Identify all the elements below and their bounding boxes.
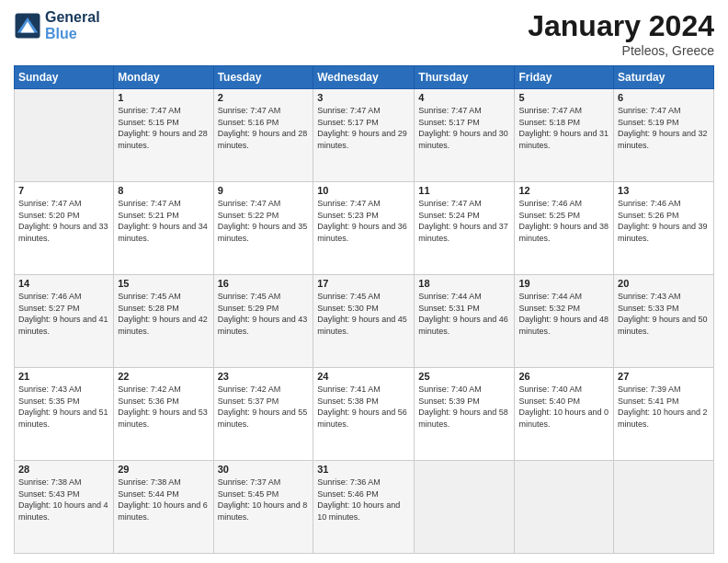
day-info: Sunrise: 7:46 AMSunset: 5:27 PMDaylight:… xyxy=(18,291,109,337)
calendar-cell xyxy=(515,461,614,554)
logo-icon xyxy=(14,12,41,40)
day-info: Sunrise: 7:40 AMSunset: 5:39 PMDaylight:… xyxy=(418,384,510,430)
calendar-cell: 9Sunrise: 7:47 AMSunset: 5:22 PMDaylight… xyxy=(213,182,313,275)
calendar-table: SundayMondayTuesdayWednesdayThursdayFrid… xyxy=(14,65,714,554)
day-info: Sunrise: 7:36 AMSunset: 5:46 PMDaylight:… xyxy=(317,477,410,523)
day-number: 8 xyxy=(118,185,209,196)
day-info: Sunrise: 7:46 AMSunset: 5:25 PMDaylight:… xyxy=(518,198,609,244)
calendar-cell: 2Sunrise: 7:47 AMSunset: 5:16 PMDaylight… xyxy=(213,89,313,182)
calendar-body: 1Sunrise: 7:47 AMSunset: 5:15 PMDaylight… xyxy=(15,89,714,554)
day-number: 19 xyxy=(518,278,609,289)
calendar-cell xyxy=(415,461,515,554)
day-number: 4 xyxy=(418,92,510,103)
day-number: 22 xyxy=(118,371,209,382)
day-number: 28 xyxy=(18,464,109,475)
day-info: Sunrise: 7:47 AMSunset: 5:16 PMDaylight:… xyxy=(218,105,310,151)
calendar-header: General Blue January 2024 Pteleos, Greec… xyxy=(14,9,714,58)
calendar-cell: 25Sunrise: 7:40 AMSunset: 5:39 PMDayligh… xyxy=(415,368,515,461)
calendar-week-row: 7Sunrise: 7:47 AMSunset: 5:20 PMDaylight… xyxy=(15,182,714,275)
logo: General Blue xyxy=(14,9,100,42)
calendar-cell: 14Sunrise: 7:46 AMSunset: 5:27 PMDayligh… xyxy=(15,275,114,368)
day-info: Sunrise: 7:37 AMSunset: 5:45 PMDaylight:… xyxy=(218,477,310,523)
day-number: 14 xyxy=(18,278,109,289)
day-info: Sunrise: 7:45 AMSunset: 5:29 PMDaylight:… xyxy=(218,291,310,337)
day-info: Sunrise: 7:44 AMSunset: 5:32 PMDaylight:… xyxy=(518,291,609,337)
day-number: 3 xyxy=(317,92,410,103)
calendar-cell xyxy=(15,89,114,182)
day-number: 11 xyxy=(418,185,510,196)
day-info: Sunrise: 7:45 AMSunset: 5:28 PMDaylight:… xyxy=(118,291,209,337)
day-info: Sunrise: 7:46 AMSunset: 5:26 PMDaylight:… xyxy=(618,198,710,244)
calendar-cell: 20Sunrise: 7:43 AMSunset: 5:33 PMDayligh… xyxy=(614,275,714,368)
calendar-cell: 17Sunrise: 7:45 AMSunset: 5:30 PMDayligh… xyxy=(313,275,415,368)
calendar-cell: 19Sunrise: 7:44 AMSunset: 5:32 PMDayligh… xyxy=(515,275,614,368)
calendar-cell: 3Sunrise: 7:47 AMSunset: 5:17 PMDaylight… xyxy=(313,89,415,182)
day-info: Sunrise: 7:47 AMSunset: 5:15 PMDaylight:… xyxy=(118,105,209,151)
day-number: 16 xyxy=(218,278,310,289)
calendar-cell: 15Sunrise: 7:45 AMSunset: 5:28 PMDayligh… xyxy=(114,275,213,368)
day-info: Sunrise: 7:38 AMSunset: 5:43 PMDaylight:… xyxy=(18,477,109,523)
calendar-cell xyxy=(614,461,714,554)
day-info: Sunrise: 7:47 AMSunset: 5:19 PMDaylight:… xyxy=(618,105,710,151)
calendar-cell: 18Sunrise: 7:44 AMSunset: 5:31 PMDayligh… xyxy=(415,275,515,368)
calendar-cell: 28Sunrise: 7:38 AMSunset: 5:43 PMDayligh… xyxy=(15,461,114,554)
calendar-cell: 22Sunrise: 7:42 AMSunset: 5:36 PMDayligh… xyxy=(114,368,213,461)
day-info: Sunrise: 7:47 AMSunset: 5:20 PMDaylight:… xyxy=(18,198,109,244)
calendar-cell: 24Sunrise: 7:41 AMSunset: 5:38 PMDayligh… xyxy=(313,368,415,461)
weekday-header-friday: Friday xyxy=(515,66,614,89)
calendar-cell: 26Sunrise: 7:40 AMSunset: 5:40 PMDayligh… xyxy=(515,368,614,461)
day-info: Sunrise: 7:47 AMSunset: 5:21 PMDaylight:… xyxy=(118,198,209,244)
day-info: Sunrise: 7:42 AMSunset: 5:37 PMDaylight:… xyxy=(218,384,310,430)
weekday-header-saturday: Saturday xyxy=(614,66,714,89)
calendar-subtitle: Pteleos, Greece xyxy=(528,43,714,58)
day-number: 18 xyxy=(418,278,510,289)
weekday-header-thursday: Thursday xyxy=(415,66,515,89)
day-info: Sunrise: 7:43 AMSunset: 5:35 PMDaylight:… xyxy=(18,384,109,430)
day-number: 6 xyxy=(618,92,710,103)
day-info: Sunrise: 7:47 AMSunset: 5:24 PMDaylight:… xyxy=(418,198,510,244)
day-info: Sunrise: 7:47 AMSunset: 5:23 PMDaylight:… xyxy=(317,198,410,244)
calendar-week-row: 21Sunrise: 7:43 AMSunset: 5:35 PMDayligh… xyxy=(15,368,714,461)
day-number: 27 xyxy=(618,371,710,382)
title-block: January 2024 Pteleos, Greece xyxy=(528,9,714,58)
calendar-cell: 23Sunrise: 7:42 AMSunset: 5:37 PMDayligh… xyxy=(213,368,313,461)
weekday-header-row: SundayMondayTuesdayWednesdayThursdayFrid… xyxy=(15,66,714,89)
calendar-cell: 30Sunrise: 7:37 AMSunset: 5:45 PMDayligh… xyxy=(213,461,313,554)
day-info: Sunrise: 7:45 AMSunset: 5:30 PMDaylight:… xyxy=(317,291,410,337)
day-number: 9 xyxy=(218,185,310,196)
weekday-header-monday: Monday xyxy=(114,66,213,89)
weekday-header-wednesday: Wednesday xyxy=(313,66,415,89)
calendar-week-row: 28Sunrise: 7:38 AMSunset: 5:43 PMDayligh… xyxy=(15,461,714,554)
calendar-cell: 10Sunrise: 7:47 AMSunset: 5:23 PMDayligh… xyxy=(313,182,415,275)
day-info: Sunrise: 7:47 AMSunset: 5:17 PMDaylight:… xyxy=(317,105,410,151)
calendar-cell: 5Sunrise: 7:47 AMSunset: 5:18 PMDaylight… xyxy=(515,89,614,182)
day-info: Sunrise: 7:47 AMSunset: 5:22 PMDaylight:… xyxy=(218,198,310,244)
day-info: Sunrise: 7:43 AMSunset: 5:33 PMDaylight:… xyxy=(618,291,710,337)
day-info: Sunrise: 7:47 AMSunset: 5:17 PMDaylight:… xyxy=(418,105,510,151)
day-info: Sunrise: 7:42 AMSunset: 5:36 PMDaylight:… xyxy=(118,384,209,430)
calendar-cell: 27Sunrise: 7:39 AMSunset: 5:41 PMDayligh… xyxy=(614,368,714,461)
calendar-cell: 13Sunrise: 7:46 AMSunset: 5:26 PMDayligh… xyxy=(614,182,714,275)
calendar-cell: 11Sunrise: 7:47 AMSunset: 5:24 PMDayligh… xyxy=(415,182,515,275)
day-number: 1 xyxy=(118,92,209,103)
calendar-cell: 7Sunrise: 7:47 AMSunset: 5:20 PMDaylight… xyxy=(15,182,114,275)
day-number: 5 xyxy=(518,92,609,103)
day-number: 2 xyxy=(218,92,310,103)
day-number: 20 xyxy=(618,278,710,289)
day-number: 17 xyxy=(317,278,410,289)
day-number: 7 xyxy=(18,185,109,196)
calendar-cell: 21Sunrise: 7:43 AMSunset: 5:35 PMDayligh… xyxy=(15,368,114,461)
calendar-week-row: 1Sunrise: 7:47 AMSunset: 5:15 PMDaylight… xyxy=(15,89,714,182)
day-number: 30 xyxy=(218,464,310,475)
weekday-header-sunday: Sunday xyxy=(15,66,114,89)
day-number: 25 xyxy=(418,371,510,382)
calendar-cell: 16Sunrise: 7:45 AMSunset: 5:29 PMDayligh… xyxy=(213,275,313,368)
calendar-cell: 12Sunrise: 7:46 AMSunset: 5:25 PMDayligh… xyxy=(515,182,614,275)
day-number: 13 xyxy=(618,185,710,196)
calendar-title: January 2024 xyxy=(528,9,714,43)
weekday-header-tuesday: Tuesday xyxy=(213,66,313,89)
day-info: Sunrise: 7:39 AMSunset: 5:41 PMDaylight:… xyxy=(618,384,710,430)
calendar-container: General Blue January 2024 Pteleos, Greec… xyxy=(0,0,728,563)
calendar-cell: 1Sunrise: 7:47 AMSunset: 5:15 PMDaylight… xyxy=(114,89,213,182)
day-info: Sunrise: 7:38 AMSunset: 5:44 PMDaylight:… xyxy=(118,477,209,523)
